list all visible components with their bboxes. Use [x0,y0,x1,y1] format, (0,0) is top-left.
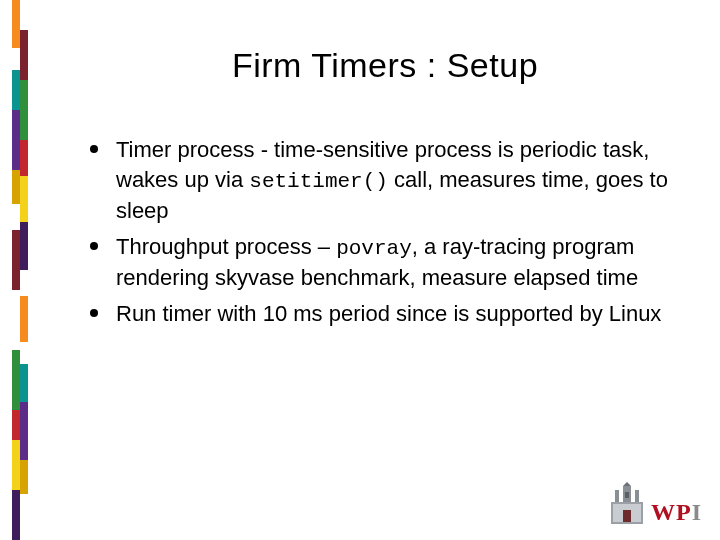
logo-letter-p: P [676,499,692,526]
bullet-text: Run timer with 10 ms period since is sup… [116,299,661,330]
logo-letter-i: I [692,499,702,526]
bullet-dot-icon [90,145,98,153]
wpi-logo: WPI [609,482,702,526]
decorative-sidebar [0,0,40,540]
svg-rect-7 [625,492,629,498]
svg-marker-6 [623,482,631,486]
bullet-item: Throughput process – povray, a ray-traci… [90,232,670,293]
bullet-text-pre: Throughput process – [116,234,336,259]
bullet-dot-icon [90,309,98,317]
bullet-dot-icon [90,242,98,250]
bullet-text: Throughput process – povray, a ray-traci… [116,232,670,293]
wpi-crest-icon [609,482,645,526]
svg-marker-3 [615,490,619,502]
bullet-item: Timer process - time-sensitive process i… [90,135,670,226]
slide-body: Timer process - time-sensitive process i… [90,135,670,336]
slide-title: Firm Timers : Setup [90,46,680,85]
bullet-text: Timer process - time-sensitive process i… [116,135,670,226]
svg-rect-2 [623,510,631,522]
logo-letter-w: W [651,499,676,526]
bullet-item: Run timer with 10 ms period since is sup… [90,299,670,330]
bullet-text-code: setitimer() [249,170,388,193]
wpi-wordmark: WPI [651,499,702,526]
bullet-text-code: povray [336,237,412,260]
svg-marker-4 [635,490,639,502]
bullet-text-pre: Run timer with 10 ms period since is sup… [116,301,661,326]
